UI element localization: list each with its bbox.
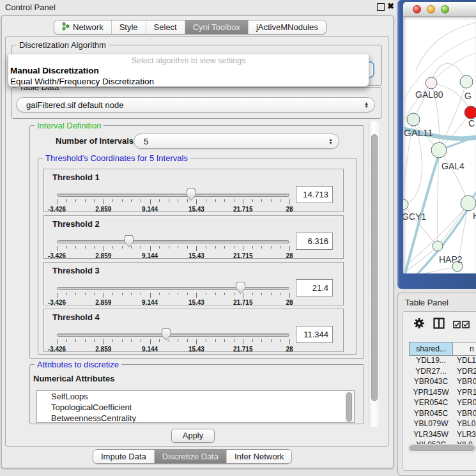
network-node[interactable] [407, 113, 420, 126]
threshold-slider[interactable]: -3.4262.8599.14415.4321.71528 [57, 282, 289, 305]
name-cell[interactable]: YBR0 [453, 409, 476, 420]
menu-item-manual-discretization[interactable]: Manual Discretization [8, 65, 369, 76]
slider-track[interactable] [57, 287, 289, 290]
tab-network[interactable]: Network [54, 20, 112, 34]
tick-label: 15.43 [188, 206, 204, 213]
column-header-shared-name[interactable]: shared... [409, 342, 453, 356]
network-node[interactable] [426, 77, 437, 89]
threshold-value-field[interactable]: 14.713 [296, 186, 333, 203]
attribute-list-item[interactable]: TopologicalCoefficient [37, 402, 354, 413]
table-row[interactable]: YER054CYER0 [409, 398, 476, 409]
threshold-value-field[interactable]: 6.316 [296, 233, 333, 250]
name-cell[interactable]: YPR1 [453, 388, 476, 399]
name-cell[interactable]: YBL0 [453, 419, 476, 430]
network-node[interactable] [464, 106, 476, 119]
tick-mark [104, 293, 104, 298]
combo-arrows-icon: ▲▼ [364, 102, 369, 108]
minimize-traffic-light-icon[interactable] [427, 5, 435, 13]
float-window-icon[interactable] [377, 3, 385, 11]
table-row[interactable]: YLR345WYLR3 [409, 430, 476, 441]
slider-ticks [57, 246, 289, 251]
threshold-slider[interactable]: -3.4262.8599.14415.4321.71528 [57, 235, 289, 258]
threshold-value-field[interactable]: 21.4 [296, 279, 333, 296]
network-node[interactable] [461, 196, 476, 211]
tab-style[interactable]: Style [112, 20, 146, 34]
tick-mark [178, 293, 178, 295]
slider-track[interactable] [57, 240, 289, 243]
network-canvas[interactable]: GAL80GCGAL11GAL4GCY1HHAP2 [403, 17, 476, 273]
tab-impute-data[interactable]: Impute Data [93, 450, 155, 463]
combo-arrows-icon: ▲▼ [328, 138, 334, 144]
table-panel-content: shared... n YDL19...YDL1YDR27...YDR2YBR0… [403, 311, 476, 471]
attribute-list-item[interactable]: BetweennessCentrality [37, 413, 354, 423]
network-node[interactable] [460, 75, 473, 88]
checkbox-icon[interactable] [462, 319, 470, 331]
tick-mark [271, 339, 272, 342]
column-header-name[interactable]: n [453, 342, 476, 356]
table-row[interactable]: YBR043CYBR0 [409, 377, 476, 388]
name-cell[interactable]: YBR0 [453, 377, 476, 388]
name-cell[interactable]: YER0 [453, 398, 476, 409]
threshold-value-field[interactable]: 11.344 [296, 326, 333, 343]
network-node[interactable] [431, 142, 447, 158]
threshold-slider[interactable]: -3.4262.8599.14415.4321.71528 [57, 188, 289, 211]
number-of-intervals-combobox[interactable]: 5 ▲▼ [134, 134, 339, 149]
shared-name-cell[interactable]: YDR27... [409, 367, 453, 378]
tab-cyni-toolbox[interactable]: Cyni Toolbox [185, 20, 249, 34]
tab-select[interactable]: Select [146, 20, 185, 34]
threshold-slider[interactable]: -3.4262.8599.14415.4321.71528 [57, 328, 289, 351]
numerical-attributes-list[interactable]: SelfLoopsTopologicalCoefficientBetweenne… [36, 390, 355, 423]
table-horizontal-scrollbar[interactable] [408, 444, 476, 452]
table-row[interactable]: YDR27...YDR2 [409, 367, 476, 378]
name-cell[interactable]: YLR3 [453, 430, 476, 441]
zoom-traffic-light-icon[interactable] [441, 5, 449, 13]
network-window-titlebar[interactable] [403, 2, 476, 17]
name-cell[interactable]: YDL1 [453, 356, 476, 367]
table-data-group: Table Data galFiltered.sif default node … [12, 87, 381, 119]
bottom-tab-bar: Impute Data Discretize Data Infer Networ… [93, 449, 292, 464]
network-node[interactable] [403, 199, 408, 210]
scrollbar-thumb[interactable] [346, 392, 352, 422]
tick-mark [261, 339, 262, 342]
shared-name-cell[interactable]: YPR145W [409, 388, 453, 399]
network-node[interactable] [433, 241, 443, 251]
checkbox-icon[interactable] [453, 319, 461, 331]
tick-mark [75, 339, 76, 342]
tab-discretize-data[interactable]: Discretize Data [155, 450, 227, 463]
column-layout-icon[interactable] [433, 318, 445, 332]
attribute-list-item[interactable]: SelfLoops [37, 391, 354, 402]
tick-label: 21.715 [233, 206, 253, 213]
slider-track[interactable] [57, 194, 289, 197]
tick-mark [169, 339, 169, 342]
tick-mark [271, 246, 272, 249]
shared-name-cell[interactable]: YDL19... [409, 356, 453, 367]
attributes-scrollbar[interactable] [345, 392, 353, 422]
shared-name-cell[interactable]: YLR345W [409, 430, 453, 441]
gear-icon[interactable] [413, 318, 425, 332]
shared-name-cell[interactable]: YBL079W [409, 419, 453, 430]
settings-vertical-scrollbar[interactable] [369, 121, 379, 427]
scrollbar-thumb[interactable] [410, 445, 475, 451]
name-cell[interactable]: YDR2 [453, 367, 476, 378]
scrollbar-thumb[interactable] [371, 134, 378, 401]
algorithm-dropdown-popup: Select algorithm to view settings Manual… [8, 54, 369, 87]
threshold-panel: Threshold 4 -3.4262.8599.14415.4321.7152… [43, 309, 344, 352]
table-row[interactable]: YPR145WYPR1 [409, 388, 476, 399]
tab-jactivemnodules[interactable]: jActiveMNodules [249, 20, 326, 34]
slider-ticks [57, 339, 289, 344]
shared-name-cell[interactable]: YBR043C [409, 377, 453, 388]
tick-mark [289, 199, 290, 204]
close-icon[interactable]: ✖ [387, 1, 394, 11]
menu-item-equal-width-frequency[interactable]: Equal Width/Frequency Discretization [8, 76, 369, 87]
shared-name-cell[interactable]: YBR045C [409, 409, 453, 420]
shared-name-cell[interactable]: YER054C [409, 398, 453, 409]
tick-mark [243, 339, 243, 344]
apply-button[interactable]: Apply [171, 429, 215, 443]
table-data-combobox[interactable]: galFiltered.sif default node ▲▼ [16, 97, 375, 112]
close-traffic-light-icon[interactable] [413, 5, 421, 13]
slider-track[interactable] [57, 334, 289, 337]
tab-infer-network[interactable]: Infer Network [227, 450, 291, 463]
table-row[interactable]: YDL19...YDL1 [409, 356, 476, 367]
table-row[interactable]: YBR045CYBR0 [409, 409, 476, 420]
table-row[interactable]: YBL079WYBL0 [409, 419, 476, 430]
